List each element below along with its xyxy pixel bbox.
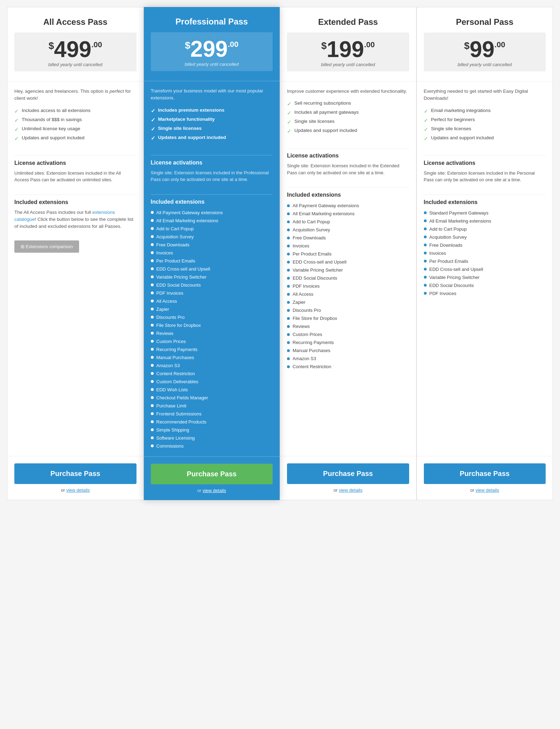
highlight-item: ✓Unlimited license key usage: [14, 126, 136, 133]
highlights-list-all-access: ✓Includes access to all extensions✓Thous…: [14, 108, 136, 144]
plan-footer-personal: Purchase Passor view details: [417, 456, 553, 500]
extension-dot-icon: [287, 341, 290, 344]
divider: [14, 155, 136, 156]
extension-dot-icon: [287, 237, 290, 239]
extension-dot-icon: [151, 227, 154, 230]
checkmark-icon: ✓: [287, 128, 292, 134]
plan-tagline-professional: Transform your business model with our m…: [151, 87, 273, 102]
checkmark-icon: ✓: [14, 135, 19, 142]
checkmark-icon: ✓: [14, 126, 19, 133]
plan-body-extended: Improve customer experience with extende…: [280, 82, 416, 456]
highlight-item: ✓Marketplace functionality: [151, 117, 273, 123]
extension-name: Recommended Products: [156, 419, 206, 425]
license-title-all-access: License activations: [14, 160, 136, 166]
highlight-item: ✓Email marketing integrations: [424, 108, 546, 114]
extension-dot-icon: [424, 219, 427, 222]
highlight-text: Updates and support included: [294, 128, 357, 133]
pricing-table: All Access Pass$499.00billed yearly unti…: [7, 7, 553, 500]
extensions-list-professional: All Payment Gateway extensionsAll Email …: [151, 209, 273, 450]
plan-footer-professional: Purchase Passor view details: [144, 456, 280, 500]
extension-name: Content Restriction: [293, 364, 331, 369]
divider: [14, 195, 136, 195]
list-item: Content Restriction: [287, 363, 409, 371]
extension-dot-icon: [424, 292, 427, 295]
highlight-text: Unlimited license key usage: [22, 126, 80, 131]
list-item: Zapier: [287, 298, 409, 306]
view-details-link[interactable]: view details: [476, 488, 499, 493]
extension-name: All Email Marketing extensions: [429, 218, 491, 224]
extension-dot-icon: [287, 309, 290, 312]
extension-dot-icon: [151, 436, 154, 439]
extension-name: Variable Pricing Switcher: [156, 274, 207, 280]
list-item: Acquisition Survey: [287, 226, 409, 234]
extension-dot-icon: [424, 211, 427, 214]
list-item: All Access: [287, 290, 409, 298]
list-item: Invoices: [287, 242, 409, 250]
price-number-extended: 199: [327, 38, 364, 61]
price-dollar-extended: $: [321, 41, 327, 51]
purchase-pass-button-extended[interactable]: Purchase Pass: [287, 463, 409, 484]
extension-name: File Store for Dropbox: [293, 316, 337, 321]
price-dollar-personal: $: [464, 41, 470, 51]
highlight-text: Marketplace functionality: [158, 117, 215, 122]
divider: [424, 155, 546, 156]
list-item: File Store for Dropbox: [287, 314, 409, 322]
extension-dot-icon: [424, 236, 427, 238]
plan-name-professional: Professional Pass: [151, 17, 273, 27]
view-details-personal: or view details: [424, 488, 546, 493]
plan-body-professional: Transform your business model with our m…: [144, 81, 280, 456]
purchase-pass-button-professional[interactable]: Purchase Pass: [151, 464, 273, 484]
extension-dot-icon: [151, 420, 154, 423]
purchase-pass-button-personal[interactable]: Purchase Pass: [424, 463, 546, 484]
price-cents-personal: .00: [495, 41, 505, 49]
extension-dot-icon: [287, 317, 290, 320]
license-title-professional: License activations: [151, 160, 273, 166]
extension-name: PDF Invoices: [293, 283, 320, 289]
license-text-extended: Single site: Extension licenses included…: [287, 162, 409, 176]
list-item: Variable Pricing Switcher: [151, 273, 273, 281]
extension-dot-icon: [287, 301, 290, 304]
extension-name: EDD Cross-sell and Upsell: [293, 259, 346, 265]
highlight-item: ✓Updates and support included: [14, 135, 136, 142]
extension-name: Acquisition Survey: [429, 234, 467, 240]
plan-header-personal: Personal Pass$99.00billed yearly until c…: [417, 7, 553, 82]
highlight-text: Includes access to all extensions: [22, 108, 91, 113]
list-item: Recurring Payments: [151, 345, 273, 353]
extension-dot-icon: [151, 267, 154, 270]
checkmark-icon: ✓: [14, 117, 19, 124]
plan-body-all-access: Hey, agencies and freelancers. This opti…: [7, 82, 144, 456]
plan-col-all-access: All Access Pass$499.00billed yearly unti…: [7, 7, 144, 500]
extension-name: Custom Prices: [293, 332, 322, 337]
divider: [287, 187, 409, 188]
highlight-text: Email marketing integrations: [431, 108, 491, 113]
purchase-pass-button-all-access[interactable]: Purchase Pass: [14, 463, 136, 484]
highlight-item: ✓Updates and support included: [424, 135, 546, 142]
highlight-text: Updates and support included: [22, 135, 84, 140]
plan-footer-all-access: Purchase Passor view details: [7, 456, 144, 500]
extension-name: Recurring Payments: [293, 340, 334, 345]
list-item: Free Downloads: [287, 234, 409, 242]
extensions-intro-all-access: The All Access Pass includes our full ex…: [14, 209, 136, 230]
plan-col-personal: Personal Pass$99.00billed yearly until c…: [416, 7, 553, 500]
list-item: Free Downloads: [424, 241, 546, 249]
list-item: All Payment Gateway extensions: [287, 202, 409, 210]
extension-dot-icon: [287, 277, 290, 280]
list-item: Add to Cart Popup: [287, 218, 409, 226]
divider: [287, 148, 409, 148]
view-details-link[interactable]: view details: [203, 488, 226, 493]
list-item: Acquisition Survey: [151, 233, 273, 241]
extension-name: PDF Invoices: [429, 291, 456, 296]
price-billing-professional: billed yearly until cancelled: [154, 62, 270, 67]
checkmark-icon: ✓: [14, 108, 19, 114]
list-item: Amazon S3: [151, 362, 273, 370]
list-item: File Store for Dropbox: [151, 321, 273, 329]
highlight-text: Includes all payment gateways: [294, 110, 359, 115]
list-item: PDF Invoices: [424, 289, 546, 297]
view-details-link[interactable]: view details: [339, 488, 362, 493]
extension-dot-icon: [287, 229, 290, 231]
view-details-link[interactable]: view details: [66, 488, 90, 493]
plan-tagline-extended: Improve customer experience with extende…: [287, 88, 409, 95]
list-item: Standard Payment Gateways: [424, 209, 546, 217]
extension-dot-icon: [151, 396, 154, 399]
extensions-comparison-button[interactable]: ⊞ Extensions comparison: [14, 240, 79, 253]
